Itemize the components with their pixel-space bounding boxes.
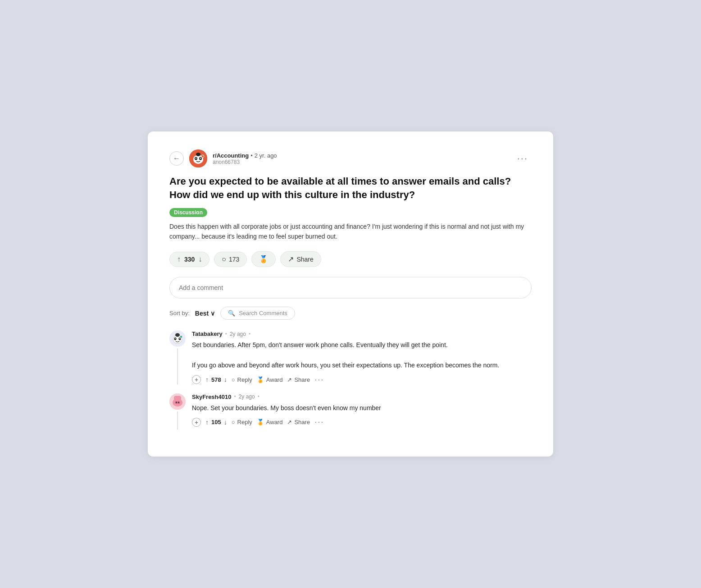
avatar xyxy=(189,149,207,167)
comments-count: 173 xyxy=(229,256,239,263)
comment-1-expand-button[interactable]: + xyxy=(192,375,201,384)
comment-1-reply-button[interactable]: ○ Reply xyxy=(232,376,252,383)
downvote-button[interactable]: ↓ xyxy=(198,255,202,263)
comment-2-award-button[interactable]: 🏅 Award xyxy=(257,419,283,425)
comment-1-award-label: Award xyxy=(266,376,283,383)
comment-1-text: Set boundaries. After 5pm, don't answer … xyxy=(192,340,532,370)
svg-point-16 xyxy=(180,335,182,338)
comment-2-more-button[interactable]: ··· xyxy=(314,417,324,427)
comment-1-thread-line xyxy=(177,348,178,384)
vote-count: 330 xyxy=(184,256,195,263)
comment-2-award-label: Award xyxy=(266,419,283,425)
comment-1-vote-group: ↑ 578 ↓ xyxy=(205,376,227,383)
comment-1-body: Tatabakery • 2y ago • Set boundaries. Af… xyxy=(192,330,532,384)
post-header-left: ← r/Accounting xyxy=(169,149,277,167)
comment-1-share-label: Share xyxy=(294,376,310,383)
post-meta: r/Accounting • 2 yr. ago anon66783 xyxy=(213,152,277,165)
reply-icon: ○ xyxy=(232,376,235,383)
post-flair[interactable]: Discussion xyxy=(169,208,207,217)
comment-1-username[interactable]: Tatabakery xyxy=(192,330,223,337)
comment-2-share-label: Share xyxy=(294,419,310,425)
post-meta-top: r/Accounting • 2 yr. ago xyxy=(213,152,277,159)
comments-icon: ○ xyxy=(222,255,226,263)
search-comments[interactable]: 🔍 Search Comments xyxy=(220,307,295,320)
comment-1-downvote-button[interactable]: ↓ xyxy=(224,376,227,383)
comment-2-share-button[interactable]: ↗ Share xyxy=(287,419,310,425)
comment-2-body: SkyFresh4010 • 2y ago • Nope. Set your b… xyxy=(192,394,532,430)
comment-2-time: 2y ago xyxy=(239,394,255,400)
svg-point-7 xyxy=(201,155,204,158)
comment-1-reply-label: Reply xyxy=(237,376,252,383)
comment-2-actions: + ↑ 105 ↓ ○ Reply 🏅 Award xyxy=(192,417,532,427)
share-icon: ↗ xyxy=(287,376,292,383)
post-title: Are you expected to be available at all … xyxy=(169,175,532,201)
comment-2-username[interactable]: SkyFresh4010 xyxy=(192,394,231,400)
share-pill[interactable]: ↗ Share xyxy=(280,251,321,267)
sort-value: Best xyxy=(195,310,209,317)
comment-1-score: 578 xyxy=(211,376,221,383)
post-card: ← r/Accounting xyxy=(148,131,553,456)
comment-2-dot: • xyxy=(234,394,236,400)
comment-2-avatar xyxy=(169,394,186,410)
comment-2-expand-button[interactable]: + xyxy=(192,418,201,427)
svg-point-28 xyxy=(178,403,178,403)
award-icon: 🏅 xyxy=(257,376,264,383)
subreddit-name[interactable]: r/Accounting xyxy=(213,152,249,159)
svg-point-21 xyxy=(178,396,181,400)
comment-2-reply-label: Reply xyxy=(237,419,252,425)
comment-2-reply-button[interactable]: ○ Reply xyxy=(232,419,252,425)
svg-point-29 xyxy=(179,403,179,403)
comment-2-left xyxy=(169,394,186,430)
svg-point-5 xyxy=(200,158,201,159)
upvote-button[interactable]: ↑ xyxy=(177,255,181,263)
comment-1-avatar xyxy=(169,330,186,347)
more-options-button[interactable]: ··· xyxy=(514,151,532,166)
share-icon: ↗ xyxy=(288,255,294,263)
comment-1-more-button[interactable]: ··· xyxy=(314,375,324,384)
svg-point-20 xyxy=(174,396,178,400)
comment-input[interactable] xyxy=(179,284,522,291)
sort-bar: Sort by: Best ∨ 🔍 Search Comments xyxy=(169,307,532,320)
comment-1-award-button[interactable]: 🏅 Award xyxy=(257,376,283,383)
comment-2-score: 105 xyxy=(211,419,221,425)
svg-point-6 xyxy=(196,153,200,156)
comment-1-upvote-button[interactable]: ↑ xyxy=(205,376,209,383)
post-username[interactable]: anon66783 xyxy=(213,159,277,165)
share-label: Share xyxy=(296,256,313,263)
comments-section: Tatabakery • 2y ago • Set boundaries. Af… xyxy=(169,330,532,438)
comment-2-upvote-button[interactable]: ↑ xyxy=(205,419,209,426)
svg-rect-15 xyxy=(176,334,179,335)
comment-2-thread-line xyxy=(177,412,178,430)
svg-point-12 xyxy=(175,338,176,339)
actions-bar: ↑ 330 ↓ ○ 173 🏅 ↗ Share xyxy=(169,251,532,267)
share-icon: ↗ xyxy=(287,419,292,425)
svg-point-13 xyxy=(179,338,180,339)
meta-separator: • xyxy=(250,152,253,159)
svg-point-26 xyxy=(176,403,176,403)
comment-1-share-button[interactable]: ↗ Share xyxy=(287,376,310,383)
comment-1-dot: • xyxy=(225,331,227,337)
back-button[interactable]: ← xyxy=(169,151,184,166)
post-time: 2 yr. ago xyxy=(255,152,277,159)
comment-input-wrap[interactable] xyxy=(169,277,532,299)
svg-point-27 xyxy=(177,403,177,403)
comment-2-vote-group: ↑ 105 ↓ xyxy=(205,419,227,426)
vote-group: ↑ 330 ↓ xyxy=(169,252,209,267)
comment-2-header: SkyFresh4010 • 2y ago • xyxy=(192,394,532,400)
comment-1-header: Tatabakery • 2y ago • xyxy=(192,330,532,337)
award-pill[interactable]: 🏅 xyxy=(251,251,276,267)
comment-2-text: Nope. Set your boundaries. My boss doesn… xyxy=(192,403,532,413)
sort-select[interactable]: Best ∨ xyxy=(195,310,215,317)
comment-2: SkyFresh4010 • 2y ago • Nope. Set your b… xyxy=(169,394,532,430)
comment-1-actions: + ↑ 578 ↓ ○ Reply 🏅 Award xyxy=(192,375,532,384)
post-body: Does this happen with all corporate jobs… xyxy=(169,222,532,242)
comment-1-left xyxy=(169,330,186,384)
comment-2-downvote-button[interactable]: ↓ xyxy=(224,419,227,426)
post-header: ← r/Accounting xyxy=(169,149,532,167)
comment-1: Tatabakery • 2y ago • Set boundaries. Af… xyxy=(169,330,532,384)
chevron-down-icon: ∨ xyxy=(210,310,215,317)
award-icon: 🏅 xyxy=(257,419,264,425)
comment-1-line2: If you go above and beyond after work ho… xyxy=(192,362,499,369)
award-icon: 🏅 xyxy=(259,255,268,263)
comments-pill[interactable]: ○ 173 xyxy=(214,252,247,267)
